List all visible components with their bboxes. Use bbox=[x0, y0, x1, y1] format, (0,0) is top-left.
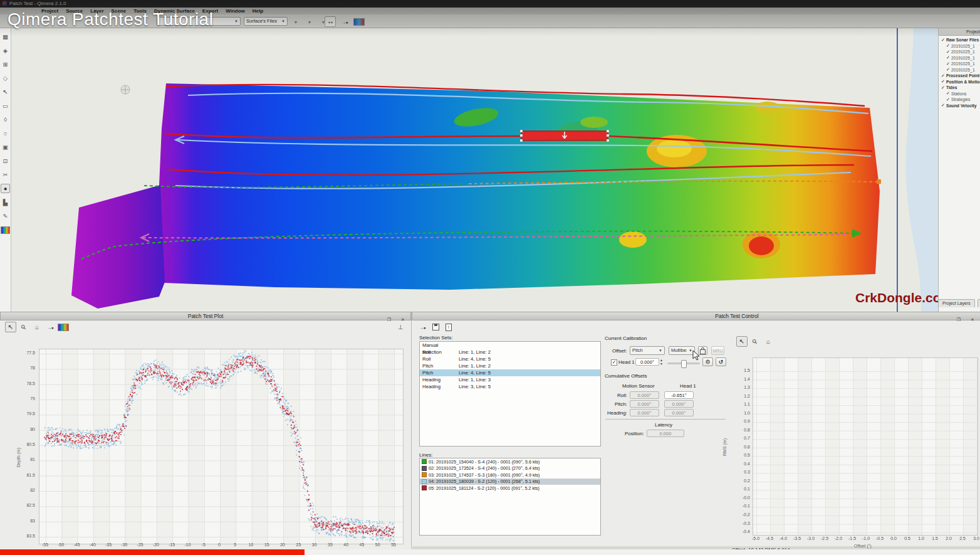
grid-view-button[interactable] bbox=[1, 32, 10, 41]
selection-box[interactable] bbox=[520, 130, 609, 142]
position-latency-field[interactable]: 0.000 bbox=[647, 430, 684, 437]
layer-item-stations[interactable]: ✓Stations bbox=[939, 91, 980, 97]
selection-set-row[interactable]: Manual selection bbox=[420, 342, 600, 349]
slider-knob[interactable] bbox=[681, 360, 687, 368]
close-button[interactable] bbox=[967, 314, 978, 324]
undo-button[interactable] bbox=[716, 357, 726, 366]
head1-checkbox[interactable]: ✓ bbox=[611, 359, 617, 366]
layer-item-20191025-1[interactable]: ✓20191025_1 bbox=[939, 43, 980, 50]
layer-item-20191025-1[interactable]: ✓20191025_1 bbox=[939, 49, 980, 55]
info-doc-button[interactable] bbox=[443, 322, 454, 332]
color-swatch-button[interactable] bbox=[353, 16, 365, 27]
zoom-button[interactable] bbox=[749, 336, 761, 347]
lines-list[interactable]: 01: 20191025_154040 - S-4 (240) - 0001 (… bbox=[419, 458, 601, 536]
head1-1-field[interactable]: 0.000° bbox=[664, 400, 694, 408]
layer-item-20191025-1[interactable]: ✓20191025_1 bbox=[939, 55, 980, 61]
layer-item-20191025-1[interactable]: ✓20191025_1 bbox=[939, 61, 980, 67]
compass-icon[interactable] bbox=[121, 85, 130, 94]
checkbox-icon[interactable]: ✓ bbox=[941, 103, 945, 108]
layer-item-position-motion[interactable]: ✓Position & Motion bbox=[939, 79, 980, 85]
checkbox-icon[interactable]: ✓ bbox=[941, 85, 945, 90]
checkbox-icon[interactable]: ✓ bbox=[946, 91, 950, 96]
select-grid-button[interactable] bbox=[1, 142, 10, 152]
selection-set-row[interactable]: RollLine: 1, Line: 2 bbox=[420, 349, 600, 356]
offset-spinbox[interactable]: 0.000° bbox=[635, 358, 659, 366]
pick-arrow-button[interactable] bbox=[417, 322, 428, 332]
head1-2-field[interactable]: 0.000° bbox=[664, 409, 694, 416]
pick-arrow-button[interactable] bbox=[44, 322, 56, 332]
checkbox-icon[interactable]: ✓ bbox=[946, 97, 950, 102]
measure-tool-button[interactable] bbox=[1, 211, 10, 221]
head1-0-field[interactable]: -0.651° bbox=[664, 391, 694, 399]
polyline-select-button[interactable] bbox=[325, 16, 336, 27]
mru-button-disabled[interactable]: MRU bbox=[711, 346, 724, 355]
filter-surface-button[interactable] bbox=[290, 16, 301, 27]
depth-profile-plot[interactable] bbox=[39, 349, 404, 544]
zoom-button[interactable] bbox=[18, 322, 29, 332]
tab-project-layers[interactable]: Project Layers bbox=[938, 299, 975, 307]
checkbox-icon[interactable]: ✓ bbox=[946, 50, 950, 55]
save-button[interactable] bbox=[430, 322, 441, 332]
cursor-button[interactable] bbox=[1, 87, 10, 97]
selection-set-row[interactable]: PitchLine: 1, Line: 2 bbox=[420, 362, 600, 369]
video-progress-fill[interactable] bbox=[0, 549, 305, 555]
selection-set-row[interactable]: HeadingLine: 3, Line: 5 bbox=[420, 383, 600, 390]
cursor-button[interactable] bbox=[5, 322, 16, 332]
layer-item-raw-sonar-files[interactable]: ✓Raw Sonar Files bbox=[939, 37, 980, 43]
settings-button[interactable] bbox=[702, 357, 713, 366]
checkbox-icon[interactable]: ✓ bbox=[941, 79, 945, 84]
line-row[interactable]: 04: 20191025_180039 - S-2 (120) - 0001 (… bbox=[420, 478, 600, 485]
offset-type-combo[interactable]: Pitch▼ bbox=[630, 346, 665, 355]
line-row[interactable]: 01: 20191025_154040 - S-4 (240) - 0001 (… bbox=[420, 458, 600, 465]
float-button[interactable] bbox=[953, 314, 964, 324]
line-row[interactable]: 05: 20191025_181124 - S-2 (120) - 0001 (… bbox=[420, 485, 600, 492]
rotate-3d-button[interactable] bbox=[1, 73, 10, 83]
zoom-extents-button[interactable] bbox=[1, 60, 10, 69]
layer-display-button[interactable] bbox=[1, 46, 10, 55]
bathymetry-swath[interactable] bbox=[159, 83, 880, 290]
line-row[interactable]: 02: 20191025_173524 - S-4 (240) - 0001 (… bbox=[420, 465, 600, 472]
rms-offset-plot[interactable] bbox=[753, 357, 978, 536]
checkbox-icon[interactable]: ✓ bbox=[946, 67, 950, 72]
layer-item-processed-points[interactable]: ✓Processed Points bbox=[939, 73, 980, 79]
filter-line-button[interactable] bbox=[304, 16, 315, 27]
colorbar-button[interactable] bbox=[58, 322, 69, 332]
home-button[interactable] bbox=[31, 322, 43, 332]
motion-sensor-2-field[interactable]: 0.000° bbox=[630, 409, 659, 416]
home-button[interactable] bbox=[763, 336, 774, 347]
menu-help[interactable]: Help bbox=[253, 8, 263, 14]
select-area-button[interactable] bbox=[1, 156, 10, 166]
selection-sets-list[interactable]: Manual selectionRollLine: 1, Line: 2Roll… bbox=[419, 341, 601, 447]
checkbox-icon[interactable]: ✓ bbox=[941, 38, 945, 43]
tab-next-stub[interactable] bbox=[977, 299, 980, 307]
motion-sensor-1-field[interactable]: 0.000° bbox=[630, 400, 659, 408]
checkbox-icon[interactable]: ✓ bbox=[946, 43, 950, 48]
select-rectangle-button[interactable] bbox=[1, 101, 10, 110]
surface-files-combo[interactable]: Surface's Files▼ bbox=[244, 17, 288, 26]
layer-item-sound-velocity[interactable]: ✓Sound Velocity bbox=[939, 103, 980, 109]
system-combo[interactable]: Multibeam▼ bbox=[669, 346, 695, 355]
main-scene-view[interactable]: CrkDongle.com bbox=[11, 28, 938, 312]
cursor-button[interactable] bbox=[736, 336, 748, 347]
checkbox-icon[interactable]: ✓ bbox=[941, 73, 945, 78]
selection-set-row[interactable]: RollLine: 4, Line: 5 bbox=[420, 356, 600, 362]
line-row[interactable]: 03: 20191025_174537 - S-3 (180) - 0001 (… bbox=[420, 472, 600, 478]
pan-sphere-button[interactable] bbox=[1, 184, 10, 193]
select-lasso-button[interactable] bbox=[1, 129, 10, 138]
slider-vertical-button[interactable] bbox=[395, 322, 406, 332]
offset-slider[interactable] bbox=[667, 362, 700, 364]
selection-set-row[interactable]: HeadingLine: 1, Line: 3 bbox=[420, 376, 600, 383]
cut-tool-button[interactable] bbox=[1, 170, 10, 179]
selection-set-row[interactable]: PitchLine: 4, Line: 5 bbox=[420, 369, 600, 376]
layer-item-strategies[interactable]: ✓Strategies bbox=[939, 97, 980, 103]
checkbox-icon[interactable]: ✓ bbox=[946, 61, 950, 66]
colorbar-button[interactable] bbox=[1, 225, 10, 235]
layer-item-tides[interactable]: ✓Tides bbox=[939, 85, 980, 91]
layer-item-20191025-1[interactable]: ✓20191025_1 bbox=[939, 67, 980, 73]
select-polygon-button[interactable] bbox=[1, 115, 10, 124]
spinbox-arrows-icon[interactable]: ▲▼ bbox=[660, 358, 663, 366]
menu-window[interactable]: Window bbox=[226, 8, 245, 14]
motion-sensor-0-field[interactable]: 0.000° bbox=[630, 391, 659, 399]
pick-arrow-button[interactable] bbox=[339, 16, 350, 27]
bathymetry-swath-purple-wedge[interactable] bbox=[71, 185, 165, 309]
